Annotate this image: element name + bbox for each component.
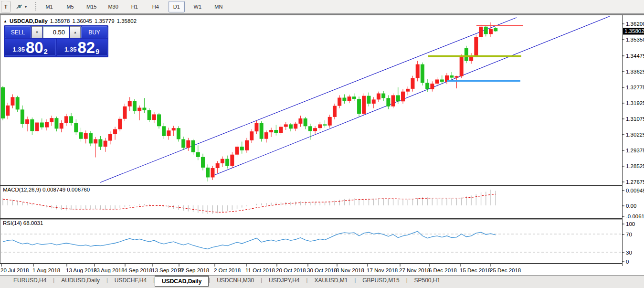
chart-title: ▲ USDCAD,Daily 1.35978 1.36045 1.35779 1…: [3, 18, 137, 24]
macd-label: MACD(12,26,9) 0.008749 0.006760: [3, 187, 90, 192]
arrows-icon: [16, 3, 23, 10]
ohlc-low: 1.35779: [95, 18, 115, 24]
svg-text:0.00: 0.00: [626, 203, 636, 209]
svg-text:22 Sep 2018: 22 Sep 2018: [178, 267, 209, 273]
chart-tab-usdjpy-h4[interactable]: USDJPY,H4: [262, 276, 306, 285]
svg-text:1.31925: 1.31925: [626, 100, 644, 106]
ohlc-high: 1.36045: [72, 18, 92, 24]
svg-text:1.30225: 1.30225: [626, 132, 644, 138]
chart-tab-eurusd-h4[interactable]: EURUSD,H4: [7, 276, 53, 285]
timeframe-button-h1[interactable]: H1: [127, 1, 143, 12]
svg-text:1.28525: 1.28525: [626, 163, 644, 169]
chart-tab-audusd-daily[interactable]: AUDUSD,Daily: [54, 276, 106, 285]
timeframe-button-mn[interactable]: MN: [211, 1, 227, 12]
svg-text:20 Jul 2018: 20 Jul 2018: [0, 267, 29, 273]
volume-input[interactable]: 0.50: [43, 26, 69, 38]
svg-text:-0.006169: -0.006169: [626, 213, 644, 219]
sell-price-prefix: 1.35: [13, 46, 25, 53]
svg-text:1.32775: 1.32775: [626, 85, 644, 90]
svg-text:2 Oct 2018: 2 Oct 2018: [214, 267, 241, 273]
svg-text:1.35802: 1.35802: [624, 28, 644, 34]
rsi-label: RSI(14) 68.0031: [3, 220, 43, 226]
svg-text:27 Nov 2018: 27 Nov 2018: [399, 267, 430, 273]
sell-price-big-digits: 80: [26, 41, 43, 55]
svg-text:1.34475: 1.34475: [626, 53, 644, 59]
svg-text:15 Dec 2018: 15 Dec 2018: [460, 267, 491, 273]
svg-text:1.35350: 1.35350: [626, 37, 644, 43]
svg-text:8 Nov 2018: 8 Nov 2018: [336, 267, 364, 273]
buy-button[interactable]: BUY: [81, 26, 107, 38]
chart-tab-usdcnh-m30[interactable]: USDCNH,M30: [210, 276, 261, 285]
timeframe-button-m30[interactable]: M30: [105, 1, 121, 12]
one-click-trading-panel: SELL ▼ 0.50 ▲ BUY 1.35 80 2 1.35 82 9: [4, 25, 108, 57]
svg-text:4 Sep 2018: 4 Sep 2018: [124, 267, 152, 273]
svg-text:0: 0: [626, 259, 629, 265]
mt4-terminal-window: T ▾ M1M5M15M30H1H4D1W1MN 1.362001.353501…: [0, 0, 644, 288]
chart-window: 1.362001.353501.344751.336251.327751.319…: [0, 14, 644, 275]
buy-price-big-digits: 82: [77, 41, 95, 55]
arrows-tool-button[interactable]: ▾: [13, 1, 29, 12]
svg-text:1.27675: 1.27675: [626, 179, 644, 185]
svg-text:70: 70: [626, 232, 632, 237]
timeframe-buttons: M1M5M15M30H1H4D1W1MN: [41, 1, 227, 12]
buy-price-pipette: 9: [95, 48, 99, 55]
svg-text:23 Aug 2018: 23 Aug 2018: [94, 267, 125, 273]
svg-text:13 Aug 2018: 13 Aug 2018: [66, 267, 97, 273]
svg-text:17 Nov 2018: 17 Nov 2018: [367, 267, 398, 273]
svg-text:6 Dec 2018: 6 Dec 2018: [429, 267, 457, 273]
chart-tab-usdcad-daily[interactable]: USDCAD,Daily: [155, 276, 209, 287]
timeframe-button-w1[interactable]: W1: [190, 1, 206, 12]
ohlc-close: 1.35802: [117, 18, 137, 24]
text-tool-button[interactable]: T: [1, 1, 11, 12]
sell-price-pipette: 2: [44, 48, 48, 55]
sell-price-display[interactable]: 1.35 80 2: [5, 39, 56, 56]
chart-tab-usdchf-h4[interactable]: USDCHF,H4: [108, 276, 153, 285]
svg-text:100: 100: [626, 221, 635, 227]
chart-tabs-bar: EURUSD,H4|AUDUSD,Daily|USDCHF,H4|USDCAD,…: [0, 275, 644, 288]
svg-text:20 Oct 2018: 20 Oct 2018: [276, 267, 306, 273]
svg-text:25 Dec 2018: 25 Dec 2018: [490, 267, 521, 273]
collapse-panel-icon[interactable]: ▲: [3, 19, 7, 23]
svg-text:0.009459: 0.009459: [626, 188, 644, 193]
chart-tab-sp500-h1[interactable]: SP500,H1: [408, 276, 447, 285]
toolbar-grip-handle[interactable]: [35, 2, 36, 11]
volume-increase-button[interactable]: ▲: [70, 26, 81, 38]
timeframe-button-h4[interactable]: H4: [148, 1, 164, 12]
chart-tab-gbpusd-m15[interactable]: GBPUSD,M15: [356, 276, 406, 285]
svg-text:1.36200: 1.36200: [626, 21, 644, 27]
svg-text:1.31075: 1.31075: [626, 116, 644, 122]
svg-text:1 Aug 2018: 1 Aug 2018: [32, 267, 60, 273]
timeframe-button-m5[interactable]: M5: [62, 1, 78, 12]
ohlc-open: 1.35978: [50, 18, 70, 24]
timeframes-toolbar: T ▾ M1M5M15M30H1H4D1W1MN: [0, 0, 644, 14]
timeframe-button-m15[interactable]: M15: [83, 1, 100, 12]
timeframe-button-d1[interactable]: D1: [169, 1, 185, 12]
volume-decrease-button[interactable]: ▼: [32, 26, 42, 38]
buy-price-prefix: 1.35: [64, 46, 76, 53]
buy-price-display[interactable]: 1.35 82 9: [57, 39, 108, 56]
chart-tab-xauusd-m1[interactable]: XAUUSD,M1: [307, 276, 354, 285]
symbol-period-label: USDCAD,Daily: [10, 18, 48, 24]
timeframe-button-m1[interactable]: M1: [41, 1, 57, 12]
svg-text:11 Oct 2018: 11 Oct 2018: [245, 267, 275, 273]
dropdown-caret-icon: ▾: [25, 5, 27, 9]
sell-button[interactable]: SELL: [5, 26, 31, 38]
svg-text:30: 30: [626, 250, 632, 256]
svg-text:30 Oct 2018: 30 Oct 2018: [307, 267, 337, 273]
svg-text:1.29375: 1.29375: [626, 148, 644, 153]
svg-text:1.33625: 1.33625: [626, 69, 644, 75]
